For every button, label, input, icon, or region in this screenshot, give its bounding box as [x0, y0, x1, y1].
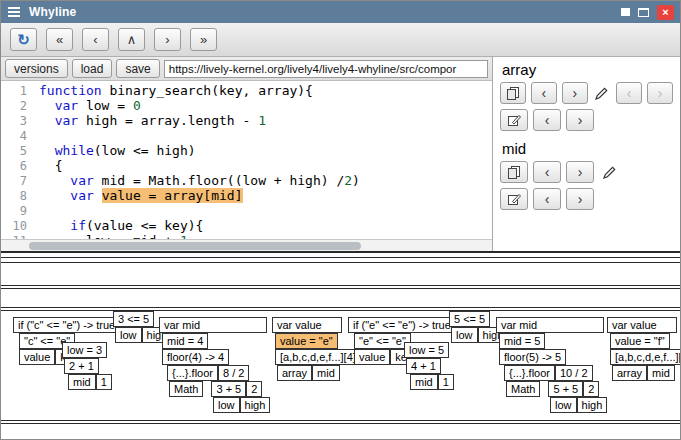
trace-event-box[interactable]: array: [612, 365, 647, 381]
code-line[interactable]: 8 var value = array[mid]: [1, 188, 492, 203]
history-last-button[interactable]: »: [190, 28, 217, 51]
code-text: var low = 0: [39, 98, 141, 113]
next-event-button[interactable]: ›: [562, 82, 588, 104]
trace-event-box[interactable]: mid: [647, 365, 675, 381]
trace-event-box[interactable]: low = 5: [404, 342, 449, 358]
next-value-button[interactable]: ›: [566, 109, 594, 131]
trace-event-box[interactable]: 1: [438, 374, 454, 390]
edit-value-button[interactable]: [500, 109, 528, 131]
prev-value-button[interactable]: ‹: [533, 188, 561, 210]
history-forward-button[interactable]: ›: [154, 28, 181, 51]
scrollbar-thumb[interactable]: [29, 242, 361, 250]
trace-event-box[interactable]: mid = 5: [499, 333, 545, 349]
trace-event-box[interactable]: low: [213, 397, 240, 413]
next-value-button[interactable]: ›: [566, 188, 594, 210]
minimize-button[interactable]: [621, 8, 630, 16]
trace-event-box[interactable]: {...}.floor: [167, 365, 218, 381]
line-number: 3: [1, 114, 27, 129]
code-line[interactable]: 6 {: [1, 158, 492, 173]
code-text: while(low <= high): [39, 143, 196, 158]
inspector-section-mid: mid ‹ ›: [500, 140, 673, 210]
trace-event-box[interactable]: {...}.floor: [504, 365, 555, 381]
trace-event-box[interactable]: mid: [312, 365, 340, 381]
trace-event-box[interactable]: Math: [506, 381, 540, 397]
trace-group: var valuevalue = "f"[a,b,c,d,e,f...][5]a…: [607, 317, 680, 381]
trace-event-box[interactable]: mid: [68, 374, 96, 390]
prev-event-button[interactable]: ‹: [533, 161, 561, 183]
trace-event-box[interactable]: value: [354, 349, 390, 365]
prev-value-button[interactable]: ‹: [533, 109, 561, 131]
trace-event-box[interactable]: mid = 4: [162, 333, 208, 349]
trace-event-box[interactable]: if ("e" <= "e") -> true: [348, 317, 456, 333]
edit-value-button[interactable]: [500, 188, 528, 210]
show-trace-button[interactable]: [500, 82, 526, 104]
pencil-icon[interactable]: [593, 86, 611, 101]
trace-event-box[interactable]: 5 + 5: [548, 381, 583, 397]
trace-event-box[interactable]: if ("c" <= "e") -> true: [13, 317, 120, 333]
code-text: var value = array[mid]: [39, 188, 243, 203]
trace-event-box[interactable]: var mid: [496, 317, 604, 333]
maximize-button[interactable]: [638, 8, 649, 17]
history-back-button[interactable]: ‹: [82, 28, 109, 51]
trace-event-box[interactable]: 4 + 1: [406, 358, 441, 374]
trace-event-box[interactable]: var value: [607, 317, 677, 333]
prev-write-button[interactable]: ‹: [616, 82, 642, 104]
trace-event-box[interactable]: low: [115, 327, 142, 343]
prev-event-button[interactable]: ‹: [531, 82, 557, 104]
trace-event-box[interactable]: 2: [246, 381, 262, 397]
code-line[interactable]: 5 while(low <= high): [1, 143, 492, 158]
trace-event-box[interactable]: low: [550, 397, 577, 413]
trace-event-box[interactable]: array: [277, 365, 312, 381]
versions-button[interactable]: versions: [5, 59, 68, 78]
load-button[interactable]: load: [72, 59, 113, 78]
trace-event-box[interactable]: "e" <= "e": [354, 333, 411, 349]
code-area: 1function binary_search(key, array){2 va…: [1, 83, 492, 239]
trace-event-box[interactable]: low: [451, 327, 478, 343]
trace-event-box[interactable]: var value: [272, 317, 342, 333]
trace-event-box[interactable]: 8 / 2: [218, 365, 249, 381]
trace-event-box[interactable]: 2 + 1: [64, 358, 99, 374]
code-text: function binary_search(key, array){: [39, 83, 313, 98]
trace-event-box[interactable]: low = 3: [62, 342, 107, 358]
trace-event-box[interactable]: var mid: [159, 317, 267, 333]
trace-event-box[interactable]: 1: [96, 374, 112, 390]
trace-event-box[interactable]: mid: [410, 374, 438, 390]
trace-event-box[interactable]: 5 <= 5: [449, 311, 490, 327]
trace-event-box[interactable]: high: [577, 397, 608, 413]
trace-event-box[interactable]: Math: [169, 381, 203, 397]
code-line[interactable]: 10 if(value <= key){: [1, 218, 492, 233]
trace-event-box[interactable]: [a,b,c,d,e,f...][5]: [610, 349, 680, 365]
code-line[interactable]: 7 var mid = Math.floor((low + high) /2): [1, 173, 492, 188]
code-line[interactable]: 2 var low = 0: [1, 98, 492, 113]
next-event-button[interactable]: ›: [566, 161, 594, 183]
trace-event-box[interactable]: floor(4) -> 4: [162, 349, 229, 365]
code-line[interactable]: 1function binary_search(key, array){: [1, 83, 492, 98]
code-line[interactable]: 3 var high = array.length - 1: [1, 113, 492, 128]
trace-event-box[interactable]: 10 / 2: [555, 365, 593, 381]
window-controls: ×: [621, 5, 675, 20]
url-input[interactable]: [164, 60, 488, 78]
code-editor[interactable]: 1function binary_search(key, array){2 va…: [1, 81, 492, 239]
trace-event-box[interactable]: value = "f": [610, 333, 670, 349]
whyline-window: Whyline × ↻ « ‹ ∧ › » versions load save…: [0, 0, 681, 440]
save-button[interactable]: save: [116, 59, 159, 78]
editor-horizontal-scrollbar[interactable]: [1, 239, 492, 251]
navigate-up-button[interactable]: ∧: [118, 28, 145, 51]
close-button[interactable]: ×: [657, 5, 674, 20]
trace-event-box[interactable]: 2: [583, 381, 599, 397]
trace-event-box[interactable]: high: [240, 397, 271, 413]
history-first-button[interactable]: «: [46, 28, 73, 51]
trace-event-box[interactable]: floor(5) -> 5: [499, 349, 566, 365]
next-write-button[interactable]: ›: [647, 82, 673, 104]
trace-event-box[interactable]: value = "e": [275, 333, 338, 349]
refresh-button[interactable]: ↻: [10, 28, 37, 51]
code-line[interactable]: 4: [1, 128, 492, 143]
show-trace-button[interactable]: [500, 161, 528, 183]
window-title: Whyline: [29, 5, 76, 19]
code-line[interactable]: 9: [1, 203, 492, 218]
pencil-icon[interactable]: [599, 165, 619, 180]
trace-event-box[interactable]: 3 + 5: [211, 381, 246, 397]
hamburger-menu-icon[interactable]: [6, 5, 22, 19]
trace-event-box[interactable]: value: [19, 349, 55, 365]
trace-event-box[interactable]: 3 <= 5: [113, 311, 154, 327]
